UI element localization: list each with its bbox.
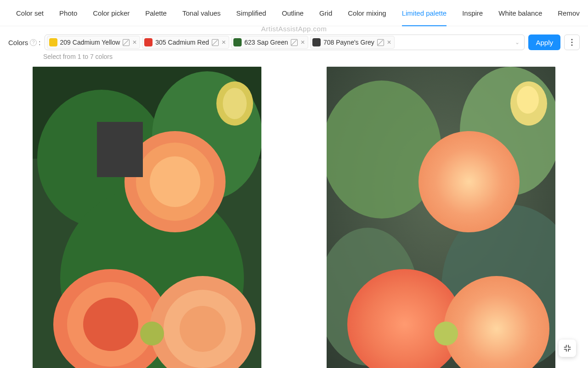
original-photo [327,67,555,368]
color-tag-label: 708 Payne's Grey [323,39,374,46]
tab-color-set[interactable]: Color set [8,0,51,26]
color-swatch [233,38,242,46]
tab-limited-palette[interactable]: Limited palette [394,0,455,26]
color-tag-label: 623 Sap Green [244,39,288,46]
svg-rect-20 [97,122,143,177]
colon: : [39,39,40,46]
svg-point-19 [223,88,247,119]
edit-icon[interactable] [377,39,384,46]
svg-point-2 [571,44,572,46]
edit-icon[interactable] [291,39,298,46]
color-tag-label: 209 Cadmium Yellow [60,39,120,46]
collapse-icon [563,344,571,352]
limited-palette-preview [33,67,261,368]
tab-grid[interactable]: Grid [311,0,340,26]
tab-color-mixing[interactable]: Color mixing [340,0,394,26]
collapse-button[interactable] [559,339,576,357]
svg-point-10 [150,156,200,207]
color-swatch [144,38,153,46]
colors-control-row: Colors ? : 209 Cadmium Yellow ✕ 305 Cadm… [0,26,588,52]
close-icon[interactable]: ✕ [387,40,391,45]
color-tag: 209 Cadmium Yellow ✕ [47,36,141,49]
svg-point-0 [571,39,572,40]
more-button[interactable] [564,34,580,50]
chevron-down-icon[interactable]: ⌄ [515,39,520,46]
help-icon[interactable]: ? [30,39,37,46]
svg-point-17 [140,322,164,345]
edit-icon[interactable] [212,39,219,46]
tab-remove[interactable]: Remov [550,0,588,26]
tab-simplified[interactable]: Simplified [228,0,274,26]
apply-button[interactable]: Apply [528,34,560,50]
image-comparison [0,60,588,368]
color-swatch [49,38,57,46]
more-vertical-icon [571,39,573,46]
tab-tonal-values[interactable]: Tonal values [175,0,228,26]
svg-point-29 [434,322,458,345]
tabs-bar: Color set Photo Color picker Palette Ton… [0,0,588,26]
tab-outline[interactable]: Outline [274,0,311,26]
colors-label-text: Colors [8,39,28,46]
color-tag-label: 305 Cadmium Red [155,39,209,46]
svg-point-16 [180,306,226,352]
svg-point-13 [83,298,138,351]
tab-white-balance[interactable]: White balance [491,0,550,26]
tab-inspire[interactable]: Inspire [454,0,491,26]
edit-icon[interactable] [123,39,130,46]
close-icon[interactable]: ✕ [300,40,305,45]
colors-hint: Select from 1 to 7 colors [0,53,588,60]
svg-point-31 [517,86,539,114]
color-tag: 623 Sap Green ✕ [231,36,308,49]
color-tag: 708 Payne's Grey ✕ [310,36,395,49]
svg-point-26 [418,131,520,232]
svg-point-1 [571,41,572,43]
color-swatch [312,38,321,46]
tab-photo[interactable]: Photo [51,0,85,26]
tab-color-picker[interactable]: Color picker [85,0,137,26]
tab-palette[interactable]: Palette [137,0,175,26]
close-icon[interactable]: ✕ [221,40,226,45]
colors-select[interactable]: 209 Cadmium Yellow ✕ 305 Cadmium Red ✕ 6… [45,34,525,50]
color-tag: 305 Cadmium Red ✕ [142,36,229,49]
colors-label: Colors ? : [8,39,41,46]
close-icon[interactable]: ✕ [132,40,137,45]
